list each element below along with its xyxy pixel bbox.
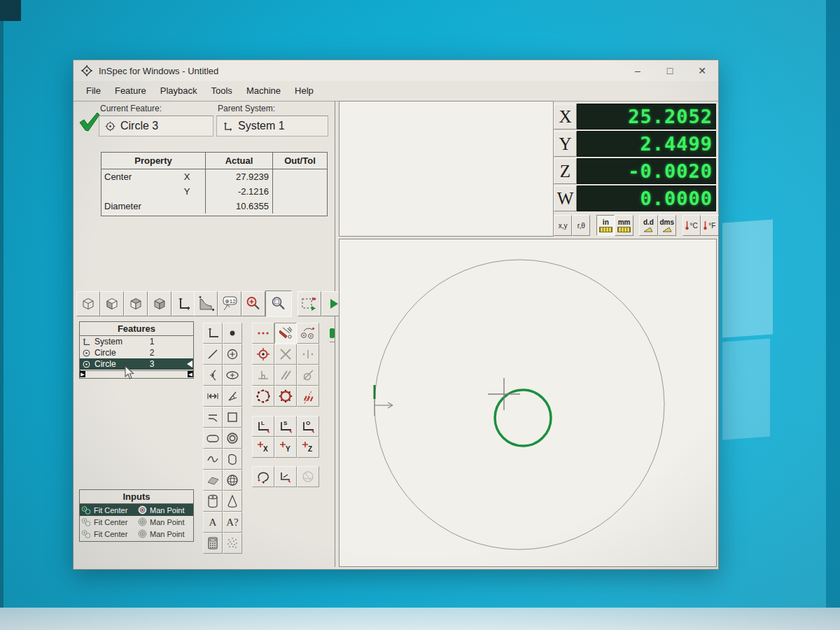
units-mm-button[interactable]: mm (615, 215, 633, 236)
measure-slot-icon[interactable] (203, 428, 223, 449)
maximize-button[interactable]: □ (654, 60, 686, 81)
dro-axis-x-button[interactable]: X (554, 104, 577, 130)
measure-ring-icon[interactable] (223, 428, 242, 449)
measure-curve-icon[interactable] (203, 449, 223, 470)
csys-origin-icon[interactable]: O (297, 416, 319, 437)
csys-locate-icon[interactable]: L (252, 416, 274, 437)
view-solid-cube-icon[interactable] (148, 291, 172, 316)
more-options-icon[interactable] (252, 323, 274, 344)
close-button[interactable]: ✕ (686, 60, 718, 81)
tangent-icon[interactable] (297, 365, 319, 386)
view-shaded-left-cube-icon[interactable] (100, 291, 124, 316)
measure-system-icon[interactable] (203, 323, 223, 344)
run-selection-icon[interactable] (298, 291, 321, 316)
perpendicular-icon[interactable] (252, 365, 274, 386)
desktop-corner-square (0, 0, 21, 21)
input-row[interactable]: Fit Center Man Point (80, 516, 193, 528)
man-point-label: Man Point (150, 530, 185, 538)
csys-skew-icon[interactable]: S (274, 416, 297, 437)
zero-y-icon[interactable]: Y (274, 437, 297, 458)
multi-tool-icon[interactable] (274, 323, 297, 344)
feature-list-item-circle2[interactable]: Circle 2 (80, 347, 193, 358)
marquee-left-arrow-icon[interactable]: ▶ (80, 371, 85, 377)
dro-value-y: 2.4499 (577, 131, 716, 157)
measure-ellipse-icon[interactable] (223, 365, 242, 386)
prop-name: Diameter (102, 199, 169, 214)
property-table: Property Actual Out/Tol Center X 27.9239… (101, 152, 328, 216)
measure-contour-icon[interactable] (223, 449, 242, 470)
thermometer-icon (685, 220, 689, 230)
units-cartesian-button[interactable]: x,y (554, 215, 572, 236)
title-bar[interactable]: InSpec for Windows - Untitled – □ ✕ (74, 60, 718, 81)
label-tool-icon[interactable]: A (203, 512, 223, 533)
feature-label-icon[interactable]: ⊕12 (218, 291, 241, 316)
dro-row-z: Z -0.0020 (554, 158, 716, 184)
point-cloud-icon[interactable] (223, 533, 242, 554)
units-dms-button[interactable]: dms (658, 215, 676, 236)
parallel-icon[interactable] (274, 365, 297, 386)
zero-z-icon[interactable]: Z (297, 437, 319, 458)
units-inch-button[interactable]: in (596, 215, 615, 236)
point-line-icon[interactable] (297, 344, 319, 365)
zero-x-icon[interactable]: X (252, 437, 274, 458)
menu-file[interactable]: File (79, 83, 108, 98)
measure-point-icon[interactable] (223, 323, 242, 344)
relation-circles-icon[interactable] (297, 323, 319, 344)
menu-feature[interactable]: Feature (108, 83, 153, 98)
probe-path-icon[interactable] (194, 291, 218, 316)
intersection-icon[interactable] (274, 344, 297, 365)
measure-plane-icon[interactable] (203, 470, 223, 491)
thread-hatch-icon[interactable] (297, 386, 319, 407)
measure-offset-line-icon[interactable] (203, 407, 223, 428)
measure-arc-icon[interactable] (203, 365, 223, 386)
measure-cylinder-icon[interactable] (203, 491, 223, 512)
level-axis-icon[interactable] (274, 466, 297, 487)
menu-tools[interactable]: Tools (204, 83, 239, 98)
rotate-2d-icon[interactable] (252, 466, 274, 487)
outline-circle[interactable] (374, 260, 664, 550)
prompt-tool-icon[interactable]: A? (223, 512, 242, 533)
view-shaded-top-cube-icon[interactable] (124, 291, 148, 316)
bolt-circle-icon[interactable] (252, 386, 274, 407)
units-fahrenheit-button[interactable]: °F (701, 215, 719, 236)
measure-angle-icon[interactable] (223, 386, 242, 407)
menu-machine[interactable]: Machine (239, 83, 288, 98)
circle-feature-icon (82, 349, 91, 358)
ruler-icon (599, 227, 612, 232)
selected-circle-3[interactable] (495, 390, 551, 446)
coordinate-system-view-icon[interactable] (172, 291, 195, 316)
zoom-window-icon[interactable] (265, 290, 292, 317)
measure-distance-icon[interactable] (203, 386, 223, 407)
feature-list-item-circle3-selected[interactable]: Circle 3 (80, 358, 193, 370)
input-row[interactable]: Fit Center Man Point (80, 528, 193, 540)
dro-axis-w-button[interactable]: W (554, 186, 577, 211)
menu-playback[interactable]: Playback (153, 83, 204, 98)
minimize-button[interactable]: – (622, 60, 654, 81)
units-polar-button[interactable]: r,θ (572, 215, 590, 236)
feature-list-item-system[interactable]: System 1 (80, 336, 193, 347)
zoom-in-icon[interactable] (241, 291, 265, 316)
target-point-icon[interactable] (252, 344, 274, 365)
graphics-canvas[interactable] (339, 239, 717, 567)
measure-line-icon[interactable] (203, 344, 223, 365)
units-celsius-button[interactable]: °C (682, 215, 701, 236)
menu-help[interactable]: Help (288, 83, 321, 98)
view-wireframe-cube-icon[interactable] (76, 291, 100, 316)
dro-row-y: Y 2.4499 (554, 131, 716, 157)
marquee-right-arrow-icon[interactable]: ◀ (188, 371, 193, 377)
measure-circle-icon[interactable] (223, 344, 242, 365)
rotate-3d-icon-disabled (297, 466, 319, 487)
measure-rectangle-icon[interactable] (223, 407, 242, 428)
units-decimal-degrees-button[interactable]: d.d (639, 215, 657, 236)
parent-system-box[interactable]: System 1 (216, 115, 328, 136)
current-feature-box[interactable]: Circle 3 (99, 115, 214, 136)
dro-axis-z-button[interactable]: Z (554, 158, 577, 184)
dro-axis-y-button[interactable]: Y (554, 131, 577, 157)
gear-circle-icon[interactable] (274, 386, 297, 407)
input-row-selected[interactable]: Fit Center Man Point (80, 504, 193, 516)
measure-cone-icon[interactable] (223, 491, 242, 512)
calculator-tool-icon[interactable] (203, 533, 223, 554)
measure-sphere-icon[interactable] (223, 470, 242, 491)
features-panel: Features System 1 Circle 2 Circle 3 ▶ ◀ (79, 321, 194, 379)
feature-done-checkmark-icon (78, 111, 102, 136)
